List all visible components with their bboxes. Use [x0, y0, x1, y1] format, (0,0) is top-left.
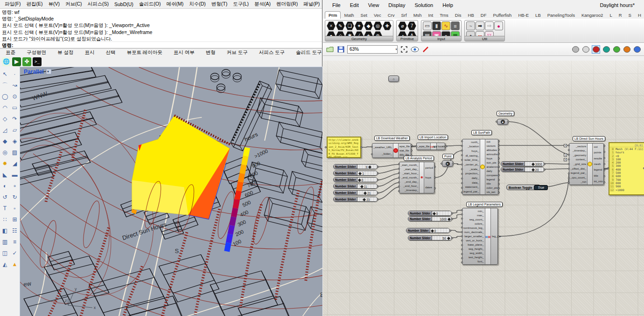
gh-component-tab[interactable]: Prm	[325, 11, 341, 19]
sphere-icon[interactable]: ◈	[10, 136, 20, 147]
brep-param-icon[interactable]: ❏	[345, 21, 354, 30]
period-slider-5[interactable]: Number Slider23	[333, 197, 378, 202]
output-port[interactable]	[603, 181, 605, 183]
solver-orange-icon[interactable]	[623, 45, 631, 54]
geometry-param[interactable]: ●	[497, 119, 508, 125]
input-port[interactable]	[496, 121, 497, 123]
output-port[interactable]	[498, 140, 500, 142]
legend-max-slider[interactable]: Number Slider1000	[408, 216, 452, 221]
input-port[interactable]	[461, 257, 463, 259]
lb-sunpath[interactable]: north__locationhoys_dl_saving_solar_time…	[462, 139, 498, 195]
grasshopper-canvas[interactable]: http://climate.onebuilding.org/WMO_Regio…	[323, 61, 644, 316]
slider-track[interactable]: 20	[525, 167, 544, 172]
gh-component-tab[interactable]: Pufferfish	[490, 12, 515, 19]
rhino-menu-item[interactable]: 파일(F)	[2, 1, 23, 7]
slider-knob[interactable]	[364, 191, 367, 194]
geometry-x-icon[interactable]: ×	[327, 21, 336, 30]
slider-track[interactable]: 1000	[432, 217, 451, 221]
lb-legend-parameters[interactable]: min_max_seg_count_colors_continuous_leg_…	[462, 208, 498, 265]
preview-off-icon[interactable]	[571, 45, 580, 54]
slider-knob[interactable]	[358, 172, 362, 175]
input-port[interactable]	[461, 164, 463, 165]
surface-icon[interactable]: ◿	[0, 124, 10, 136]
input-port[interactable]	[415, 145, 417, 147]
rhino-menu-item[interactable]: 메쉬(M)	[164, 1, 187, 7]
output-port[interactable]	[544, 163, 546, 165]
box-param-icon[interactable]: ◎	[373, 21, 382, 30]
gh-component-tab[interactable]: HB	[465, 12, 477, 19]
rhino-toolbar-tab[interactable]: 구성평면	[21, 49, 52, 56]
rhino-menu-item[interactable]: 렌더링(R)	[273, 1, 301, 7]
slider-track[interactable]: 11	[357, 184, 377, 188]
solver-green-icon[interactable]	[612, 45, 621, 54]
slider-track[interactable]: 0	[432, 211, 451, 215]
input-port[interactable]	[461, 173, 463, 175]
gh-component-tab[interactable]: S	[625, 12, 635, 19]
join-icon[interactable]: ▬	[10, 169, 20, 180]
input-port[interactable]	[461, 187, 463, 189]
gh-component-tab[interactable]: PanelingTools	[544, 12, 578, 19]
solid-tools-icon[interactable]: ◧	[0, 225, 10, 236]
rhino-toolbar-tab[interactable]: 솔리드 도구	[290, 49, 327, 56]
input-port[interactable]	[461, 154, 463, 156]
output-port[interactable]	[498, 179, 500, 181]
focus-extents-icon[interactable]	[400, 45, 408, 54]
slider-knob[interactable]	[447, 236, 450, 240]
value-list-icon[interactable]: ≡	[451, 21, 460, 30]
slider-track[interactable]: 50	[432, 236, 451, 240]
integer-param-icon[interactable]: 7	[407, 21, 416, 30]
input-port[interactable]	[568, 182, 570, 184]
period-slider-1[interactable]: Number Slider1	[333, 171, 378, 176]
rhino-toolbar-tab[interactable]: 커브 도구	[221, 49, 253, 56]
lb-analysis-period[interactable]: _start_month__start_day__start_hour__end…	[399, 162, 434, 193]
trim-icon[interactable]: ◢	[10, 158, 20, 169]
output-port[interactable]	[498, 149, 500, 151]
output-port[interactable]	[498, 144, 500, 146]
output-port[interactable]	[377, 172, 379, 174]
canvas-small-component[interactable]: ⌂	[388, 76, 399, 82]
legend-min-slider[interactable]: Number Slider0	[408, 211, 452, 216]
rhino-menu-item[interactable]: 커브(C)	[63, 1, 85, 7]
preview-wire-icon[interactable]	[581, 45, 590, 54]
gh-component-tab[interactable]: Kangaroo2	[578, 12, 606, 19]
input-port[interactable]	[461, 140, 463, 142]
input-port[interactable]	[461, 222, 463, 224]
output-port[interactable]	[411, 150, 413, 151]
visibility-icon[interactable]: ◫	[0, 247, 10, 259]
input-port[interactable]	[568, 163, 570, 165]
zoom-select[interactable]: 63%▾	[347, 45, 398, 54]
input-port[interactable]	[461, 145, 463, 147]
rhino-command-prompt[interactable]: 명령:	[0, 41, 322, 48]
input-port[interactable]	[461, 213, 463, 215]
array-icon[interactable]: ∷	[0, 214, 10, 225]
orient-icon[interactable]: ⊞	[10, 214, 20, 225]
output-port[interactable]	[498, 158, 500, 159]
gh-menu-item[interactable]: Edit	[345, 2, 364, 8]
rhino-toolbar-tab[interactable]: 표시 여부	[168, 49, 200, 56]
shade-icon[interactable]: ◭	[0, 259, 10, 270]
input-port[interactable]	[568, 168, 570, 170]
output-port[interactable]	[377, 192, 379, 194]
slider-knob[interactable]	[363, 198, 366, 201]
gh-component-tab[interactable]: Set	[357, 12, 371, 19]
solver-blue-icon[interactable]	[633, 45, 641, 54]
rhino-menu-item[interactable]: 편집(E)	[23, 1, 45, 7]
twisted-box-icon[interactable]: ✚	[383, 21, 392, 30]
preview-shaded-icon[interactable]	[592, 45, 600, 54]
input-port[interactable]	[568, 144, 570, 146]
output-port[interactable]	[498, 183, 500, 185]
rhino-menu-item[interactable]: 패널(P)	[301, 1, 322, 7]
md-slider-yellow-icon[interactable]: ∿	[441, 21, 450, 30]
slider-track[interactable]: 0	[430, 228, 449, 233]
output-port[interactable]	[377, 166, 379, 168]
ellipse-icon[interactable]: ⊙	[10, 91, 20, 102]
output-port[interactable]	[540, 186, 542, 188]
gh-menu-item[interactable]: Help	[438, 2, 458, 8]
url-panel[interactable]: http://climate.onebuilding.org/WMO_Regio…	[327, 137, 361, 158]
input-port[interactable]	[441, 163, 442, 165]
slider-ruler-icon[interactable]: ▭	[423, 21, 432, 30]
input-port[interactable]	[371, 146, 373, 148]
gh-component-tab[interactable]: L	[606, 12, 615, 19]
input-port[interactable]	[398, 168, 400, 170]
input-port[interactable]	[461, 209, 463, 211]
